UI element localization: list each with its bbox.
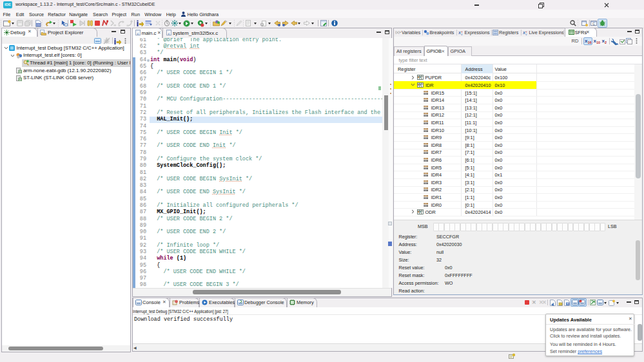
svg-text:R: R [567, 302, 569, 305]
svg-text:!: ! [175, 300, 176, 303]
